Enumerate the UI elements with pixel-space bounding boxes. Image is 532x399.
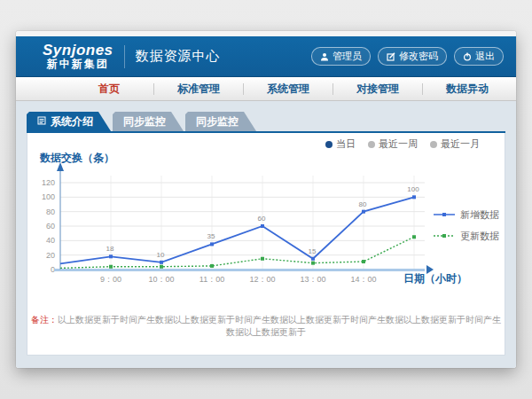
svg-text:11：00: 11：00 xyxy=(200,275,224,284)
legend-line-sample xyxy=(434,210,455,219)
admin-user-button[interactable]: 管理员 xyxy=(311,47,371,66)
nav-item-integration-management[interactable]: 对接管理 xyxy=(333,82,422,97)
svg-text:10：00: 10：00 xyxy=(148,275,174,284)
legend-label: 新增数据 xyxy=(460,208,499,222)
radio-today[interactable]: 当日 xyxy=(325,137,356,151)
svg-text:120: 120 xyxy=(42,178,55,187)
radio-label: 最近一月 xyxy=(441,137,480,151)
svg-text:20: 20 xyxy=(46,251,55,260)
logo: Synjones 新中新集团 xyxy=(43,43,113,69)
note-label: 备注： xyxy=(31,315,58,325)
tab-label: 系统介绍 xyxy=(51,114,93,129)
radio-dot xyxy=(325,141,332,148)
radio-label: 当日 xyxy=(336,137,356,151)
legend-label: 更新数据 xyxy=(460,230,499,243)
tab-label: 同步监控 xyxy=(123,114,166,129)
svg-text:80: 80 xyxy=(46,207,55,216)
tab-sync-monitor-1[interactable]: 同步监控 xyxy=(113,112,184,131)
change-password-label: 修改密码 xyxy=(399,50,438,63)
tab-system-intro[interactable]: 系统介绍 xyxy=(27,112,111,131)
nav-item-home[interactable]: 首页 xyxy=(65,82,153,97)
legend-line-sample xyxy=(434,231,455,240)
radio-label: 最近一周 xyxy=(379,137,418,151)
svg-text:60: 60 xyxy=(258,215,266,223)
logout-label: 退出 xyxy=(475,50,495,63)
svg-text:100: 100 xyxy=(42,192,55,201)
logout-button[interactable]: 退出 xyxy=(454,47,504,66)
main-nav: 首页 标准管理 系统管理 对接管理 数据异动 xyxy=(16,77,516,101)
logo-text-cn: 新中新集团 xyxy=(43,59,113,70)
svg-text:100: 100 xyxy=(407,185,419,193)
footer-note: 备注：以上数据更新于时间产生数据以上数据更新于时间产生数据以上数据更新于时间产生… xyxy=(27,314,505,339)
header-actions: 管理员 修改密码 退出 xyxy=(311,47,504,66)
app-header: Synjones 新中新集团 数据资源中心 管理员 修改密码 xyxy=(16,36,516,77)
app-window: Synjones 新中新集团 数据资源中心 管理员 修改密码 xyxy=(16,31,516,368)
nav-item-standard-management[interactable]: 标准管理 xyxy=(154,82,243,97)
svg-text:13：00: 13：00 xyxy=(300,275,325,284)
svg-text:12：00: 12：00 xyxy=(249,275,275,284)
document-icon xyxy=(37,115,46,128)
content-area: 系统介绍 同步监控 同步监控 当日 最近一 xyxy=(16,101,516,368)
user-icon xyxy=(320,52,329,61)
radio-dot xyxy=(368,141,375,148)
svg-text:80: 80 xyxy=(359,200,367,208)
y-axis-title: 数据交换（条） xyxy=(40,151,114,166)
radio-last-month[interactable]: 最近一月 xyxy=(430,137,480,151)
desktop-background: Synjones 新中新集团 数据资源中心 管理员 修改密码 xyxy=(0,0,532,399)
legend-item-updated-data[interactable]: 更新数据 xyxy=(434,229,499,243)
tab-bar: 系统介绍 同步监控 同步监控 xyxy=(27,112,505,131)
tab-sync-monitor-2[interactable]: 同步监控 xyxy=(185,112,256,131)
x-axis-title: 日期（小时） xyxy=(403,271,467,286)
change-password-button[interactable]: 修改密码 xyxy=(378,47,447,66)
legend-item-new-data[interactable]: 新增数据 xyxy=(434,207,499,222)
svg-text:18: 18 xyxy=(106,245,114,253)
radio-dot xyxy=(430,141,437,148)
header-divider xyxy=(124,45,125,68)
note-text: 以上数据更新于时间产生数据以上数据更新于时间产生数据以上数据更新于时间产生数据以… xyxy=(58,315,501,337)
svg-text:40: 40 xyxy=(46,236,55,245)
chart-legend: 新增数据 更新数据 xyxy=(434,207,499,250)
svg-text:10: 10 xyxy=(157,251,165,259)
svg-text:35: 35 xyxy=(207,232,215,240)
admin-user-label: 管理员 xyxy=(332,50,362,63)
power-icon xyxy=(463,52,472,61)
svg-text:9：00: 9：00 xyxy=(100,275,121,284)
svg-text:14：00: 14：00 xyxy=(350,275,376,284)
nav-item-data-change[interactable]: 数据异动 xyxy=(423,82,512,97)
time-range-filter: 当日 最近一周 最近一月 xyxy=(325,137,480,151)
edit-icon xyxy=(387,52,395,61)
logo-text-en: Synjones xyxy=(43,43,113,59)
chart-panel: 当日 最近一周 最近一月 数据交换（条） 0204060801001209：00… xyxy=(27,133,505,356)
nav-item-system-management[interactable]: 系统管理 xyxy=(244,82,332,97)
svg-text:60: 60 xyxy=(46,222,55,231)
tab-label: 同步监控 xyxy=(196,114,239,129)
radio-last-week[interactable]: 最近一周 xyxy=(368,137,418,151)
page-title: 数据资源中心 xyxy=(136,48,221,65)
svg-text:15: 15 xyxy=(309,247,317,255)
